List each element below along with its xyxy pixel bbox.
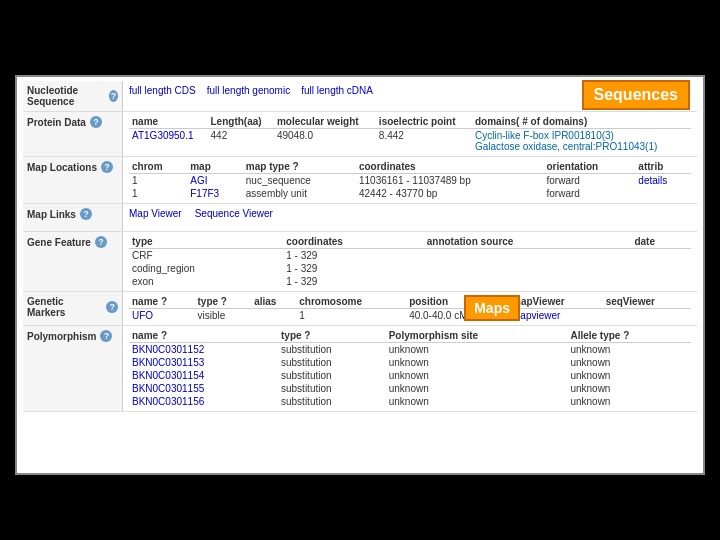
protein-section: Protein Data ? name Length(aa) molecular… (23, 112, 697, 157)
protein-col-ip: isoelectric point (376, 115, 472, 129)
gene-col-date: date (631, 235, 691, 249)
genetic-markers-section: Genetic Markers ? name ? type ? alias ch… (23, 292, 697, 326)
marker-type-1: visible (195, 309, 252, 323)
protein-table: name Length(aa) molecular weight isoelec… (129, 115, 691, 153)
table-row: BKN0C0301154 substitution unknown unknow… (129, 369, 691, 382)
gene-source-3 (424, 275, 632, 288)
protein-domains: Cyclin-like F-box IPR001810(3) Galactose… (472, 129, 691, 154)
gene-date-3 (631, 275, 691, 288)
pallele-help[interactable]: ? (623, 330, 629, 341)
poly-site-1: unknown (386, 343, 568, 357)
poly-site-2: unknown (386, 356, 568, 369)
gene-source-2 (424, 262, 632, 275)
marker-chrom-1: 1 (296, 309, 406, 323)
gene-type-3: exon (129, 275, 283, 288)
map-links-label-text: Map Links (27, 209, 76, 220)
domain-link-1[interactable]: Cyclin-like F-box IPR001810(3) (475, 130, 614, 141)
poly-col-allele: Allele type ? (567, 329, 691, 343)
map-coords-1: 11036161 - 11037489 bp (356, 174, 544, 188)
map-locations-table: chrom map map type ? coordinates orienta… (129, 160, 691, 200)
map-name-link-1[interactable]: AGI (190, 175, 207, 186)
genetic-markers-label-text: Genetic Markers (27, 296, 102, 318)
poly-site-5: unknown (386, 395, 568, 408)
table-row: UFO visible 1 40.0-40.0 cM mapviewer (129, 309, 691, 323)
protein-col-mw: molecular weight (274, 115, 376, 129)
map-locations-help-icon[interactable]: ? (101, 161, 113, 173)
genetic-markers-label: Genetic Markers ? (23, 292, 123, 325)
map-orient-2: forward (544, 187, 636, 200)
poly-allele-2: unknown (567, 356, 691, 369)
marker-name-link[interactable]: UFO (132, 310, 153, 321)
poly-col-site: Polymorphism site (386, 329, 568, 343)
protein-ip: 8.442 (376, 129, 472, 154)
table-row: BKN0C0301156 substitution unknown unknow… (129, 395, 691, 408)
map-attrib-2 (635, 187, 691, 200)
poly-type-3: substitution (278, 369, 386, 382)
map-links-section: Map Links ? Map Viewer Sequence Viewer (23, 204, 697, 232)
map-links-help-icon[interactable]: ? (80, 208, 92, 220)
ptype-help[interactable]: ? (304, 330, 310, 341)
protein-name-link[interactable]: AT1G30950.1 (132, 130, 194, 141)
domain-link-2[interactable]: Galactose oxidase, central:PRO11043(1) (475, 141, 657, 152)
map-type-1: nuc_sequence (243, 174, 356, 188)
poly-col-type: type ? (278, 329, 386, 343)
poly-name-link-4[interactable]: BKN0C0301155 (132, 383, 204, 394)
map-links-list: Map Viewer Sequence Viewer (129, 207, 691, 219)
mtype-help[interactable]: ? (221, 296, 227, 307)
protein-label: Protein Data ? (23, 112, 123, 156)
gene-coords-1: 1 - 329 (283, 249, 423, 263)
maps-badge: Maps (464, 295, 520, 321)
nucleotide-help-icon[interactable]: ? (109, 90, 118, 102)
protein-help-icon[interactable]: ? (90, 116, 102, 128)
poly-allele-1: unknown (567, 343, 691, 357)
mname-help[interactable]: ? (161, 296, 167, 307)
genetic-markers-help-icon[interactable]: ? (106, 301, 118, 313)
gene-feature-label-text: Gene Feature (27, 237, 91, 248)
polymorphism-help-icon[interactable]: ? (100, 330, 112, 342)
marker-col-name: name ? (129, 295, 195, 309)
table-row: BKN0C0301155 substitution unknown unknow… (129, 382, 691, 395)
sequence-viewer-link[interactable]: Sequence Viewer (195, 208, 273, 219)
gene-coords-2: 1 - 329 (283, 262, 423, 275)
map-col-coords: coordinates (356, 160, 544, 174)
pname-help[interactable]: ? (161, 330, 167, 341)
map-viewer-link[interactable]: Map Viewer (129, 208, 182, 219)
gene-feature-help-icon[interactable]: ? (95, 236, 107, 248)
protein-label-text: Protein Data (27, 117, 86, 128)
poly-type-2: substitution (278, 356, 386, 369)
poly-type-1: substitution (278, 343, 386, 357)
marker-col-type: type ? (195, 295, 252, 309)
poly-name-link-5[interactable]: BKN0C0301156 (132, 396, 204, 407)
nucleotide-label: Nucleotide Sequence ? (23, 81, 123, 111)
protein-content: name Length(aa) molecular weight isoelec… (123, 112, 697, 156)
gene-type-2: coding_region (129, 262, 283, 275)
nucl-link-cdna[interactable]: full length cDNA (301, 85, 373, 96)
table-row: coding_region 1 - 329 (129, 262, 691, 275)
nucl-link-genomic[interactable]: full length genomic (207, 85, 290, 96)
map-col-type: map type ? (243, 160, 356, 174)
protein-length: 442 (208, 129, 274, 154)
nucl-link-cds[interactable]: full length CDS (129, 85, 196, 96)
poly-type-5: substitution (278, 395, 386, 408)
poly-allele-4: unknown (567, 382, 691, 395)
gene-col-source: annotation source (424, 235, 632, 249)
poly-name-link-2[interactable]: BKN0C0301153 (132, 357, 204, 368)
poly-allele-5: unknown (567, 395, 691, 408)
poly-type-4: substitution (278, 382, 386, 395)
table-row: exon 1 - 329 (129, 275, 691, 288)
map-name-link-2[interactable]: F17F3 (190, 188, 219, 199)
protein-mw: 49048.0 (274, 129, 376, 154)
poly-site-4: unknown (386, 382, 568, 395)
gene-feature-table: type coordinates annotation source date … (129, 235, 691, 288)
gene-date-2 (631, 262, 691, 275)
map-attrib-link-1[interactable]: details (638, 175, 667, 186)
poly-name-link-1[interactable]: BKN0C0301152 (132, 344, 204, 355)
marker-col-alias: alias (251, 295, 296, 309)
map-chrom-2: 1 (129, 187, 187, 200)
genetic-markers-content: name ? type ? alias chromosome position … (123, 292, 697, 325)
polymorphism-section: Polymorphism ? name ? type ? Polymorphis… (23, 326, 697, 412)
poly-name-link-3[interactable]: BKN0C0301154 (132, 370, 204, 381)
poly-col-name: name ? (129, 329, 278, 343)
maptype-help-icon[interactable]: ? (292, 161, 298, 172)
table-row: CRF 1 - 329 (129, 249, 691, 263)
